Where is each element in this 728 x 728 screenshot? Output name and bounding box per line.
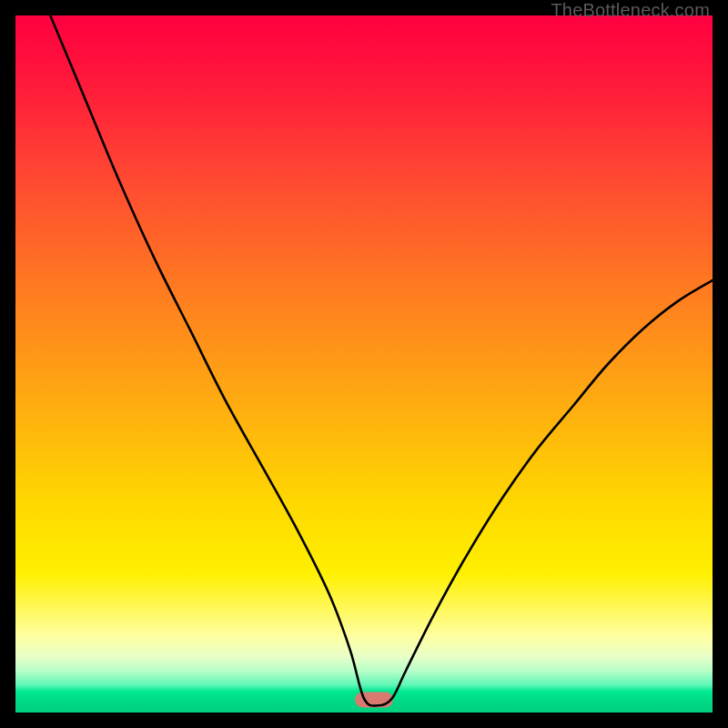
chart-frame: TheBottleneck.com [0,0,728,728]
bottleneck-curve [15,15,713,713]
watermark-text: TheBottleneck.com [551,0,710,21]
curve-path [50,15,713,706]
plot-area [15,15,713,713]
